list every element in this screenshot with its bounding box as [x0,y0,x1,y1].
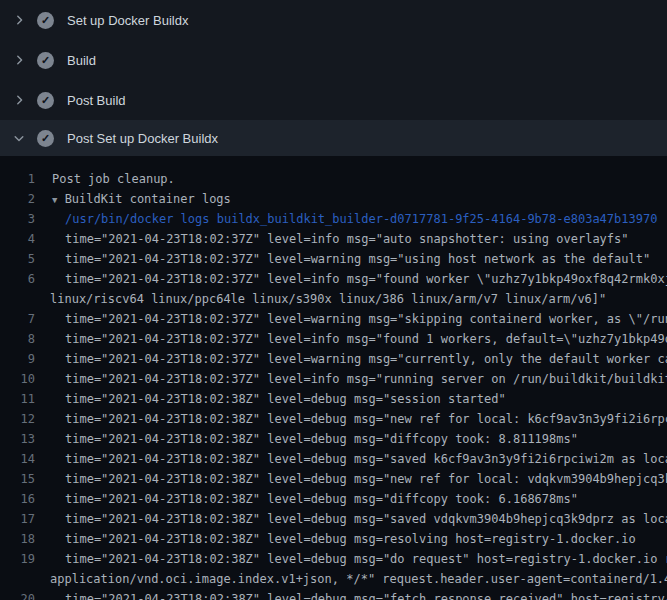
log-text: application/vnd.oci.image.index.v1+json,… [35,569,667,589]
log-line-number[interactable]: 2 [0,189,35,209]
log-text: time="2021-04-23T18:02:37Z" level=info m… [35,269,667,289]
log-line: 5time="2021-04-23T18:02:37Z" level=warni… [0,249,667,269]
log-line-number[interactable]: 11 [0,389,35,409]
log-text: time="2021-04-23T18:02:38Z" level=debug … [35,469,667,489]
log-line: 17time="2021-04-23T18:02:38Z" level=debu… [0,509,667,529]
log-line-number[interactable]: 8 [0,329,35,349]
log-text: linux/riscv64 linux/ppc64le linux/s390x … [35,289,606,309]
log-line: 14time="2021-04-23T18:02:38Z" level=debu… [0,449,667,469]
step-log-output: 1Post job cleanup.2▼ BuildKit container … [0,156,667,600]
log-command-text: /usr/bin/docker logs buildx_buildkit_bui… [35,209,657,229]
log-line-number[interactable]: 20 [0,589,35,600]
log-line: 18time="2021-04-23T18:02:38Z" level=debu… [0,529,667,549]
log-line: 1Post job cleanup. [0,169,667,189]
log-line-number[interactable]: 3 [0,209,35,229]
log-line: 10time="2021-04-23T18:02:37Z" level=info… [0,369,667,389]
log-line: 9time="2021-04-23T18:02:37Z" level=warni… [0,349,667,369]
log-line: 6time="2021-04-23T18:02:37Z" level=info … [0,269,667,289]
step-row-post-build[interactable]: ✓Post Build [0,80,667,120]
log-text: time="2021-04-23T18:02:38Z" level=debug … [35,489,578,509]
chevron-right-icon [11,12,27,28]
log-text: time="2021-04-23T18:02:37Z" level=warnin… [35,309,667,329]
log-line-number [0,289,35,309]
log-text: ▼ BuildKit container logs [35,189,231,209]
log-line: linux/riscv64 linux/ppc64le linux/s390x … [0,289,667,309]
step-row-build[interactable]: ✓Build [0,40,667,80]
step-row-post-set-up-docker-buildx[interactable]: ✓Post Set up Docker Buildx [0,120,667,156]
log-line-number[interactable]: 12 [0,409,35,429]
check-circle-icon: ✓ [37,12,54,29]
step-header-list: ✓Set up Docker Buildx✓Build✓Post Build✓P… [0,0,667,156]
log-text: time="2021-04-23T18:02:38Z" level=debug … [35,429,578,449]
step-row-set-up-docker-buildx[interactable]: ✓Set up Docker Buildx [0,0,667,40]
log-line-number[interactable]: 4 [0,229,35,249]
log-line: 13time="2021-04-23T18:02:38Z" level=debu… [0,429,667,449]
log-text: Post job cleanup. [35,169,175,189]
log-text: time="2021-04-23T18:02:38Z" level=debug … [35,389,506,409]
log-line: 20time="2021-04-23T18:02:38Z" level=debu… [0,589,667,600]
log-line-number[interactable]: 17 [0,509,35,529]
log-line-number[interactable]: 5 [0,249,35,269]
log-line-number[interactable]: 14 [0,449,35,469]
step-label: Post Build [67,93,126,108]
check-circle-icon: ✓ [37,52,54,69]
log-line: 11time="2021-04-23T18:02:38Z" level=debu… [0,389,667,409]
log-line-number[interactable]: 15 [0,469,35,489]
log-text: time="2021-04-23T18:02:38Z" level=debug … [35,409,667,429]
log-line-number[interactable]: 6 [0,269,35,289]
log-line: 15time="2021-04-23T18:02:38Z" level=debu… [0,469,667,489]
log-line-number[interactable]: 18 [0,529,35,549]
log-line: 3/usr/bin/docker logs buildx_buildkit_bu… [0,209,667,229]
log-line-number[interactable]: 7 [0,309,35,329]
log-text: time="2021-04-23T18:02:37Z" level=info m… [35,229,629,249]
log-line: 19time="2021-04-23T18:02:38Z" level=debu… [0,549,667,569]
step-label: Post Set up Docker Buildx [67,131,218,146]
step-label: Build [67,53,96,68]
check-circle-icon: ✓ [37,130,54,147]
log-line-number[interactable]: 13 [0,429,35,449]
log-text: time="2021-04-23T18:02:38Z" level=debug … [35,509,667,529]
log-line: 2▼ BuildKit container logs [0,189,667,209]
log-line: application/vnd.oci.image.index.v1+json,… [0,569,667,589]
log-line-number[interactable]: 9 [0,349,35,369]
log-group-title[interactable]: BuildKit container logs [57,192,230,206]
check-circle-icon: ✓ [37,92,54,109]
log-line: 4time="2021-04-23T18:02:37Z" level=info … [0,229,667,249]
step-label: Set up Docker Buildx [67,13,188,28]
log-text: time="2021-04-23T18:02:38Z" level=debug … [35,589,667,600]
log-text: time="2021-04-23T18:02:37Z" level=warnin… [35,249,650,269]
log-line: 8time="2021-04-23T18:02:37Z" level=info … [0,329,667,349]
log-line: 16time="2021-04-23T18:02:38Z" level=debu… [0,489,667,509]
log-text: time="2021-04-23T18:02:37Z" level=info m… [35,329,667,349]
chevron-right-icon [11,92,27,108]
log-line: 12time="2021-04-23T18:02:38Z" level=debu… [0,409,667,429]
log-line: 7time="2021-04-23T18:02:37Z" level=warni… [0,309,667,329]
log-line-number[interactable]: 19 [0,549,35,569]
log-line-number [0,569,35,589]
log-text: time="2021-04-23T18:02:37Z" level=warnin… [35,349,667,369]
chevron-right-icon [11,52,27,68]
log-text: time="2021-04-23T18:02:38Z" level=debug … [35,549,667,569]
log-text: time="2021-04-23T18:02:38Z" level=debug … [35,449,667,469]
actions-log-viewer: ✓Set up Docker Buildx✓Build✓Post Build✓P… [0,0,667,600]
log-text: time="2021-04-23T18:02:38Z" level=debug … [35,529,636,549]
log-line-number[interactable]: 16 [0,489,35,509]
chevron-down-icon [11,130,27,146]
log-text: time="2021-04-23T18:02:37Z" level=info m… [35,369,667,389]
log-line-number[interactable]: 10 [0,369,35,389]
log-line-number[interactable]: 1 [0,169,35,189]
